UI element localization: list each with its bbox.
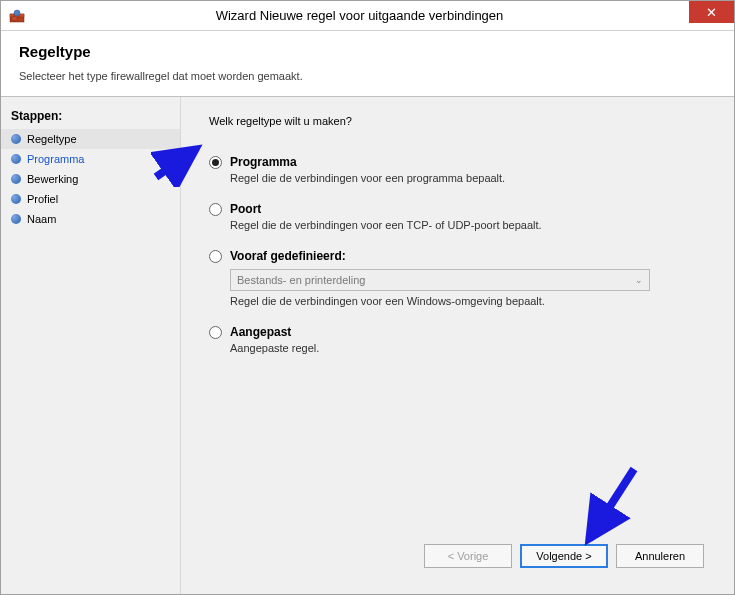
step-bullet-icon <box>11 154 21 164</box>
next-button[interactable]: Volgende > <box>520 544 608 568</box>
options-group: Programma Regel die de verbindingen voor… <box>209 155 710 372</box>
option-row[interactable]: Aangepast <box>209 325 710 339</box>
radio-aangepast[interactable] <box>209 326 222 339</box>
firewall-icon <box>9 8 25 24</box>
step-label: Profiel <box>27 193 58 205</box>
radio-programma[interactable] <box>209 156 222 169</box>
step-label: Bewerking <box>27 173 78 185</box>
option-desc: Regel die de verbindingen voor een Windo… <box>230 295 710 307</box>
option-poort: Poort Regel die de verbindingen voor een… <box>209 202 710 231</box>
predefined-select: Bestands- en printerdeling ⌄ <box>230 269 650 291</box>
option-label: Programma <box>230 155 297 169</box>
page-subtitle: Selecteer het type firewallregel dat moe… <box>19 70 716 82</box>
wizard-footer: < Vorige Volgende > Annuleren <box>209 532 710 584</box>
option-desc: Aangepaste regel. <box>230 342 710 354</box>
option-row[interactable]: Poort <box>209 202 710 216</box>
wizard-header: Regeltype Selecteer het type firewallreg… <box>1 31 734 96</box>
page-title: Regeltype <box>19 43 716 60</box>
svg-rect-1 <box>10 14 14 17</box>
step-bullet-icon <box>11 214 21 224</box>
close-icon: ✕ <box>706 5 717 20</box>
chevron-down-icon: ⌄ <box>635 275 643 285</box>
radio-poort[interactable] <box>209 203 222 216</box>
cancel-button[interactable]: Annuleren <box>616 544 704 568</box>
titlebar: Wizard Nieuwe regel voor uitgaande verbi… <box>1 1 734 31</box>
question-text: Welk regeltype wilt u maken? <box>209 115 710 127</box>
step-label: Programma <box>27 153 84 165</box>
option-desc: Regel die de verbindingen voor een progr… <box>230 172 710 184</box>
option-row[interactable]: Vooraf gedefinieerd: <box>209 249 710 263</box>
step-label: Naam <box>27 213 56 225</box>
wizard-body: Stappen: Regeltype Programma Bewerking P… <box>1 96 734 594</box>
option-label: Vooraf gedefinieerd: <box>230 249 346 263</box>
step-profiel[interactable]: Profiel <box>1 189 180 209</box>
close-button[interactable]: ✕ <box>689 1 734 23</box>
svg-point-5 <box>14 10 20 16</box>
wizard-window: Wizard Nieuwe regel voor uitgaande verbi… <box>0 0 735 595</box>
step-regeltype[interactable]: Regeltype <box>1 129 180 149</box>
option-vooraf-gedefinieerd: Vooraf gedefinieerd: Bestands- en printe… <box>209 249 710 307</box>
option-aangepast: Aangepast Aangepaste regel. <box>209 325 710 354</box>
option-row[interactable]: Programma <box>209 155 710 169</box>
option-label: Poort <box>230 202 261 216</box>
option-programma: Programma Regel die de verbindingen voor… <box>209 155 710 184</box>
main-panel: Welk regeltype wilt u maken? Programma R… <box>181 97 734 594</box>
step-bullet-icon <box>11 134 21 144</box>
step-bullet-icon <box>11 194 21 204</box>
radio-vooraf[interactable] <box>209 250 222 263</box>
step-programma[interactable]: Programma <box>1 149 180 169</box>
step-label: Regeltype <box>27 133 77 145</box>
svg-rect-4 <box>12 17 17 20</box>
svg-line-7 <box>589 469 634 539</box>
step-bullet-icon <box>11 174 21 184</box>
window-title: Wizard Nieuwe regel voor uitgaande verbi… <box>25 8 734 23</box>
option-label: Aangepast <box>230 325 291 339</box>
step-bewerking[interactable]: Bewerking <box>1 169 180 189</box>
steps-title: Stappen: <box>1 105 180 129</box>
select-value: Bestands- en printerdeling <box>237 274 365 286</box>
step-naam[interactable]: Naam <box>1 209 180 229</box>
back-button: < Vorige <box>424 544 512 568</box>
option-desc: Regel die de verbindingen voor een TCP- … <box>230 219 710 231</box>
steps-sidebar: Stappen: Regeltype Programma Bewerking P… <box>1 97 181 594</box>
